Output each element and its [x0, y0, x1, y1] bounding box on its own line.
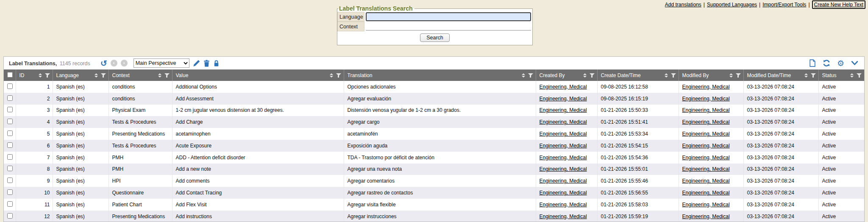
- link-separator: |: [808, 2, 810, 8]
- cell-created-by: Engineering, Medical: [536, 199, 597, 211]
- created-by-link[interactable]: Engineering, Medical: [540, 155, 587, 161]
- column-header-checkbox[interactable]: [4, 69, 16, 81]
- sort-icon[interactable]: [665, 73, 668, 78]
- filter-icon[interactable]: [857, 73, 862, 78]
- link-create-new-help-text[interactable]: Create New Help Text: [812, 0, 866, 9]
- sort-icon[interactable]: [522, 73, 525, 78]
- created-by-link[interactable]: Engineering, Medical: [540, 190, 587, 196]
- modified-by-link[interactable]: Engineering, Medical: [682, 214, 730, 219]
- filter-icon[interactable]: [101, 73, 106, 78]
- modified-by-link[interactable]: Engineering, Medical: [682, 202, 730, 208]
- sort-icon[interactable]: [583, 73, 587, 78]
- sort-icon[interactable]: [39, 73, 42, 78]
- language-input[interactable]: [366, 12, 531, 21]
- row-checkbox[interactable]: [7, 201, 13, 207]
- cell-id: 8: [16, 164, 53, 175]
- row-checkbox[interactable]: [7, 107, 13, 112]
- sort-icon[interactable]: [729, 73, 733, 78]
- modified-by-link[interactable]: Engineering, Medical: [682, 166, 730, 172]
- cell-id: 11: [16, 199, 53, 211]
- row-checkbox[interactable]: [7, 189, 13, 195]
- column-header-value[interactable]: Value: [172, 69, 344, 81]
- modified-by-link[interactable]: Engineering, Medical: [682, 96, 730, 102]
- cell-create-datetime: 09-08-2025 16:12:58: [597, 81, 679, 93]
- sort-icon[interactable]: [330, 73, 333, 78]
- link-add-translations[interactable]: Add translations: [665, 2, 701, 8]
- link-import-export-tools[interactable]: Import/Export Tools: [762, 2, 806, 8]
- sort-icon[interactable]: [95, 73, 98, 78]
- table-row: 12Spanish (es)Presenting MedicationsAdd …: [4, 211, 864, 222]
- row-checkbox[interactable]: [7, 130, 13, 136]
- created-by-link[interactable]: Engineering, Medical: [540, 202, 587, 208]
- modified-by-link[interactable]: Engineering, Medical: [682, 143, 730, 149]
- lock-perspective-icon[interactable]: [213, 60, 220, 67]
- filter-icon[interactable]: [671, 73, 676, 78]
- created-by-link[interactable]: Engineering, Medical: [540, 214, 587, 219]
- delete-perspective-icon[interactable]: [203, 60, 210, 67]
- search-button[interactable]: Search: [420, 33, 450, 42]
- cell-modified-datetime: 03-13-2026 07:08:24: [743, 211, 818, 222]
- created-by-link[interactable]: Engineering, Medical: [540, 166, 587, 172]
- sort-icon[interactable]: [804, 73, 808, 78]
- column-header-translation[interactable]: Translation: [344, 69, 536, 81]
- new-document-icon[interactable]: [809, 59, 816, 67]
- cell-id: 2: [16, 93, 53, 105]
- row-checkbox[interactable]: [7, 83, 13, 89]
- table-title: Label Translations,: [9, 61, 57, 67]
- filter-icon[interactable]: [336, 73, 341, 78]
- sort-icon[interactable]: [158, 73, 161, 78]
- created-by-link[interactable]: Engineering, Medical: [540, 143, 587, 149]
- refresh-icon[interactable]: [823, 59, 830, 67]
- modified-by-link[interactable]: Engineering, Medical: [682, 178, 730, 184]
- select-all-checkbox[interactable]: [7, 72, 13, 78]
- created-by-link[interactable]: Engineering, Medical: [540, 84, 587, 90]
- prev-page-icon[interactable]: ‹: [111, 60, 117, 67]
- modified-by-link[interactable]: Engineering, Medical: [682, 131, 730, 137]
- settings-gear-icon[interactable]: ⚙: [837, 59, 844, 67]
- modified-by-link[interactable]: Engineering, Medical: [682, 107, 730, 113]
- row-checkbox[interactable]: [7, 95, 13, 101]
- column-header-modified-by[interactable]: Modified By: [679, 69, 743, 81]
- row-checkbox[interactable]: [7, 154, 13, 160]
- sort-icon[interactable]: [850, 73, 854, 78]
- cell-create-datetime: 01-21-2026 15:54:36: [597, 152, 679, 164]
- perspective-select[interactable]: Main Perspective: [134, 58, 189, 68]
- table-row: 3Spanish (es)Physical Exam1-2 cm jugular…: [4, 105, 864, 117]
- collapse-chevron-icon[interactable]: [851, 61, 858, 66]
- column-header-modified-datetime[interactable]: Modified Date/Time: [743, 69, 818, 81]
- row-checkbox[interactable]: [7, 142, 13, 148]
- filter-icon[interactable]: [590, 73, 595, 78]
- created-by-link[interactable]: Engineering, Medical: [540, 107, 587, 113]
- undo-icon[interactable]: ↺: [100, 59, 107, 67]
- created-by-link[interactable]: Engineering, Medical: [540, 96, 587, 102]
- column-header-context[interactable]: Context: [108, 69, 172, 81]
- row-checkbox[interactable]: [7, 213, 13, 219]
- filter-icon[interactable]: [811, 73, 816, 78]
- edit-perspective-icon[interactable]: [193, 60, 200, 67]
- column-header-create-datetime[interactable]: Create Date/Time: [597, 69, 679, 81]
- link-supported-languages[interactable]: Supported Languages: [707, 2, 757, 8]
- modified-by-link[interactable]: Engineering, Medical: [682, 84, 730, 90]
- cell-checkbox: [4, 93, 16, 105]
- cell-context: Tests & Procedures: [108, 116, 172, 128]
- cell-value: acetaminophen: [172, 128, 344, 140]
- row-checkbox[interactable]: [7, 178, 13, 183]
- column-header-status[interactable]: Status: [818, 69, 864, 81]
- filter-icon[interactable]: [528, 73, 533, 78]
- created-by-link[interactable]: Engineering, Medical: [540, 119, 587, 125]
- context-input[interactable]: [366, 22, 531, 31]
- modified-by-link[interactable]: Engineering, Medical: [682, 119, 730, 125]
- row-checkbox[interactable]: [7, 119, 13, 124]
- filter-icon[interactable]: [736, 73, 741, 78]
- column-header-id[interactable]: ID: [16, 69, 53, 81]
- column-header-language[interactable]: Language: [53, 69, 108, 81]
- filter-icon[interactable]: [164, 73, 170, 78]
- filter-icon[interactable]: [45, 73, 50, 78]
- column-header-created-by[interactable]: Created By: [536, 69, 597, 81]
- created-by-link[interactable]: Engineering, Medical: [540, 178, 587, 184]
- row-checkbox[interactable]: [7, 166, 13, 171]
- modified-by-link[interactable]: Engineering, Medical: [682, 155, 730, 161]
- modified-by-link[interactable]: Engineering, Medical: [682, 190, 730, 196]
- next-page-icon[interactable]: ›: [121, 60, 128, 67]
- created-by-link[interactable]: Engineering, Medical: [540, 131, 587, 137]
